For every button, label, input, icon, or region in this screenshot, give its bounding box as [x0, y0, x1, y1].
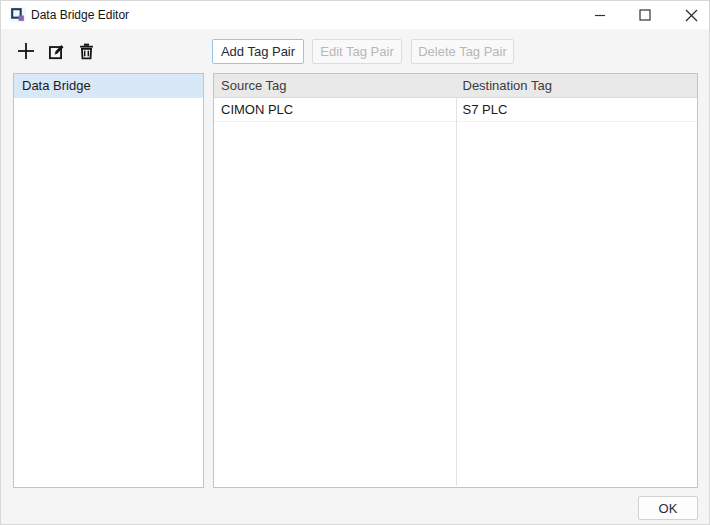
- delete-bridge-button[interactable]: [73, 39, 99, 63]
- minimize-button[interactable]: [584, 1, 616, 29]
- maximize-icon: [639, 9, 651, 21]
- titlebar: Data Bridge Editor: [1, 1, 709, 29]
- close-button[interactable]: [675, 1, 707, 29]
- column-header-source-tag[interactable]: Source Tag: [214, 74, 456, 97]
- maximize-button[interactable]: [629, 1, 661, 29]
- table-header: Source Tag Destination Tag: [214, 74, 697, 98]
- list-item-data-bridge[interactable]: Data Bridge: [14, 74, 203, 98]
- minimize-icon: [594, 9, 606, 21]
- edit-tag-pair-button[interactable]: Edit Tag Pair: [312, 39, 402, 64]
- cell-source-tag: CIMON PLC: [214, 98, 456, 121]
- plus-icon: [17, 42, 35, 60]
- add-bridge-button[interactable]: [13, 39, 39, 63]
- bridge-list-panel: Data Bridge: [13, 73, 204, 488]
- table-body: CIMON PLC S7 PLC: [214, 98, 697, 486]
- data-bridge-editor-window: Data Bridge Editor: [0, 0, 710, 525]
- cimon-logo-icon: [9, 6, 26, 23]
- window-title: Data Bridge Editor: [31, 1, 129, 29]
- column-header-destination-tag[interactable]: Destination Tag: [456, 74, 698, 97]
- cell-destination-tag: S7 PLC: [456, 98, 698, 121]
- column-divider: [456, 98, 457, 486]
- close-icon: [685, 9, 698, 22]
- trash-icon: [78, 43, 95, 60]
- edit-icon: [48, 43, 65, 60]
- edit-bridge-button[interactable]: [43, 39, 69, 63]
- ok-button[interactable]: OK: [638, 496, 698, 520]
- delete-tag-pair-button[interactable]: Delete Tag Pair: [411, 39, 514, 64]
- add-tag-pair-button[interactable]: Add Tag Pair: [212, 39, 304, 64]
- tag-pair-table: Source Tag Destination Tag CIMON PLC S7 …: [213, 73, 698, 488]
